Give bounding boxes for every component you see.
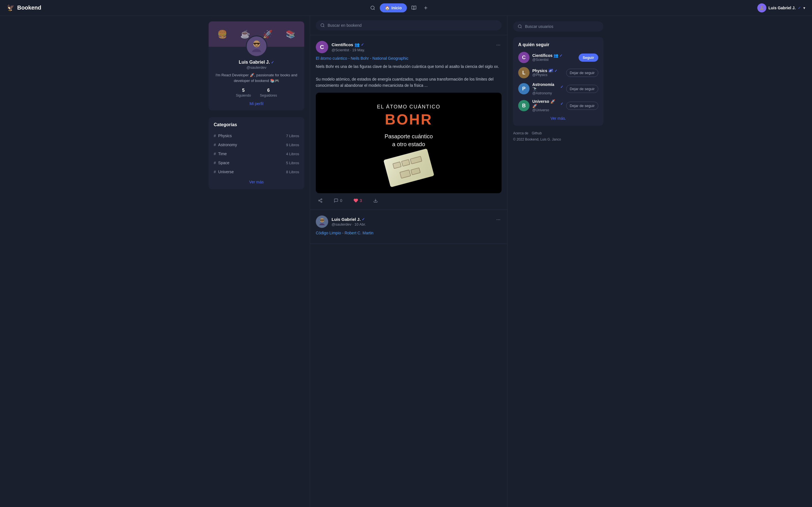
svg-point-0 <box>371 6 374 9</box>
right-search-placeholder: Buscar usuarios <box>525 24 553 29</box>
post-avatar-1: C <box>316 41 328 53</box>
nav-verified-badge: ✓ <box>798 6 801 10</box>
follow-verified-4: ✓ <box>560 102 563 106</box>
follow-item-astronomy: P Astronomía 🔭 ✓ @Astronomy Dejar de seg… <box>518 82 598 95</box>
svg-point-14 <box>321 201 322 202</box>
follow-name-cientificos: Científicos 👥 ✓ <box>532 53 576 58</box>
post-link-1[interactable]: El átomo cuántico - Neils Bohr - Nationa… <box>316 56 502 61</box>
nav-chevron-icon: ▾ <box>803 6 805 10</box>
comment-icon <box>334 198 338 203</box>
category-time[interactable]: # Time 4 Libros <box>214 149 299 158</box>
svg-line-15 <box>320 201 321 202</box>
svg-point-9 <box>257 44 259 45</box>
followers-stat: 6 Seguidores <box>260 88 277 98</box>
follow-verified-3: ✓ <box>560 85 563 89</box>
follow-handle-universo: @Universo <box>532 108 563 112</box>
post-more-button-2[interactable]: ··· <box>495 216 502 224</box>
category-physics[interactable]: # Physics 7 Libros <box>214 131 299 140</box>
category-name: Physics <box>218 133 232 138</box>
post-link-2[interactable]: Código Limpio - Robert C. Martin <box>316 231 502 235</box>
follow-verified-2: ✓ <box>554 69 557 73</box>
right-search-bar[interactable]: Buscar usuarios <box>513 21 603 32</box>
svg-point-12 <box>321 199 322 200</box>
user-menu[interactable]: Luis Gabriel J. ✓ ▾ <box>757 3 805 12</box>
comment-button-1[interactable]: 0 <box>332 197 345 204</box>
profile-stats: 5 Siguiendo 6 Seguidores <box>213 88 300 98</box>
svg-point-13 <box>319 200 320 201</box>
followers-label: Seguidores <box>260 94 277 98</box>
follow-verified-1: ✓ <box>559 54 562 58</box>
follow-item-cientificos: C Científicos 👥 ✓ @Scientist Seguir <box>518 52 598 63</box>
follow-item-universo: B Universo 🚀🚀 ✓ @Universo Dejar de segui… <box>518 99 598 112</box>
follow-avatar-physics: L <box>518 67 529 78</box>
nav-logo: 🦅 Bookend <box>7 4 42 11</box>
add-nav-button[interactable] <box>421 3 430 13</box>
svg-rect-7 <box>253 43 260 44</box>
right-search-icon <box>518 24 522 29</box>
follow-name-astronomy: Astronomía 🔭 ✓ <box>532 82 563 91</box>
unfollow-button-universo[interactable]: Dejar de seguir <box>566 102 598 110</box>
post-author-name-1: Científicos 👥 ✓ <box>332 42 365 47</box>
follow-ver-mas[interactable]: Ver más. <box>518 116 598 121</box>
category-universe[interactable]: # Universe 8 Libros <box>214 167 299 176</box>
profile-card: 🍔 ☕ 🚀 📚 <box>209 21 304 110</box>
category-astronomy[interactable]: # Astronomy 9 Libros <box>214 140 299 149</box>
category-count: 4 Libros <box>286 152 299 156</box>
unfollow-button-physics[interactable]: Dejar de seguir <box>566 69 598 77</box>
svg-line-24 <box>521 27 522 28</box>
share-button-1[interactable] <box>316 197 325 204</box>
profile-verified-badge: ✓ <box>271 60 274 64</box>
home-nav-button[interactable]: 🏠 Inicio <box>380 3 407 12</box>
follow-button-cientificos[interactable]: Seguir <box>578 54 598 62</box>
main-layout: 🍔 ☕ 🚀 📚 <box>203 16 609 507</box>
post-card-2: Luis Gabriel J. ✓ @sauterdev · 10 Abr. ·… <box>310 210 507 244</box>
user-display-name: Luis Gabriel J. <box>769 6 796 10</box>
follow-section: A quién seguir C Científicos 👥 ✓ @Scient… <box>513 37 603 126</box>
unfollow-button-astronomy[interactable]: Dejar de seguir <box>566 85 598 93</box>
hash-icon: # <box>214 133 216 138</box>
user-avatar <box>757 3 766 12</box>
follow-handle-cientificos: @Scientist <box>532 58 576 62</box>
post-more-button-1[interactable]: ··· <box>495 41 502 49</box>
footer-link-github[interactable]: Github <box>532 131 542 135</box>
hash-icon: # <box>214 161 216 165</box>
follow-avatar-cientificos: C <box>518 52 529 63</box>
bohr-title-small: EL ÁTOMO CUÁNTICO <box>377 104 441 110</box>
profile-bio: I'm React Developer 🚀, passionate for bo… <box>213 72 300 83</box>
follow-handle-physics: @Physics <box>532 73 563 77</box>
post-header-1: C Científicos 👥 ✓ @Scientist · 19 May. ·… <box>316 41 502 53</box>
post-actions-1: 0 3 <box>316 197 502 204</box>
footer-link-about[interactable]: Acerca de <box>513 131 528 135</box>
post-meta-2: @sauterdev · 10 Abr. <box>332 222 366 226</box>
categories-ver-mas[interactable]: Ver más <box>214 180 299 184</box>
svg-point-4 <box>761 6 763 8</box>
hash-icon: # <box>214 143 216 147</box>
right-sidebar: Buscar usuarios A quién seguir C Científ… <box>507 16 609 507</box>
hash-icon: # <box>214 152 216 156</box>
profile-link[interactable]: Mi perfil <box>213 101 300 106</box>
follow-handle-astronomy: @Astronomy <box>532 91 563 95</box>
follow-item-physics: L Physics 🌌 ✓ @Physics Dejar de seguir <box>518 67 598 78</box>
left-sidebar: 🍔 ☕ 🚀 📚 <box>203 16 310 507</box>
search-nav-button[interactable] <box>368 3 377 13</box>
svg-line-11 <box>323 26 324 27</box>
svg-point-10 <box>321 24 324 27</box>
category-name: Time <box>218 152 227 156</box>
svg-point-22 <box>322 220 323 221</box>
home-icon: 🏠 <box>385 6 390 10</box>
library-nav-button[interactable] <box>409 3 419 13</box>
followers-count: 6 <box>260 88 277 93</box>
download-button-1[interactable] <box>371 197 380 204</box>
like-button-1[interactable]: 3 <box>351 197 364 204</box>
hash-icon: # <box>214 170 216 174</box>
svg-point-23 <box>518 25 521 28</box>
categories-title: Categorías <box>214 122 299 127</box>
share-icon <box>318 198 322 203</box>
category-space[interactable]: # Space 5 Libros <box>214 158 299 167</box>
nav-center: 🏠 Inicio <box>368 3 430 13</box>
post-verified-2: ✓ <box>362 217 365 221</box>
heart-icon <box>354 198 358 203</box>
feed-search-input-wrapper[interactable]: Buscar en bookend <box>316 20 502 31</box>
follow-name-universo: Universo 🚀🚀 ✓ <box>532 99 563 108</box>
comment-count-1: 0 <box>340 198 342 203</box>
